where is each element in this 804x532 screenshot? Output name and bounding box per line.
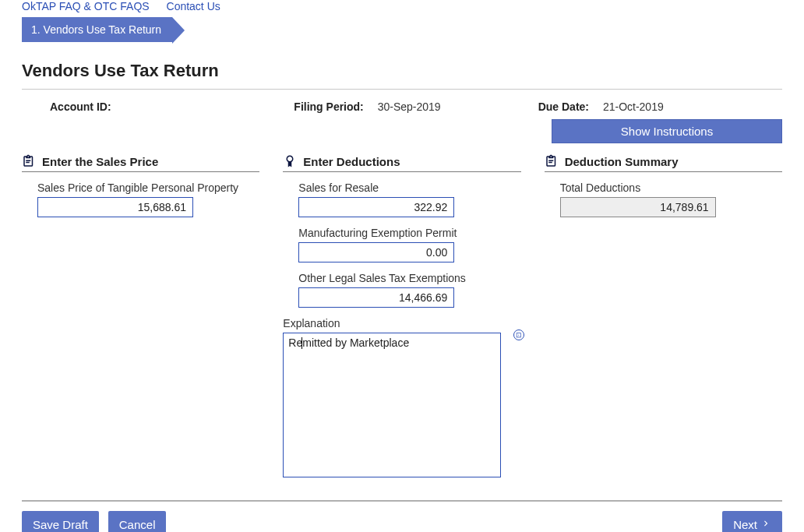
resale-label: Sales for Resale <box>298 181 520 194</box>
meta-row: Account ID: Filing Period: 30-Sep-2019 D… <box>0 90 804 119</box>
total-deductions-output <box>560 197 716 217</box>
other-label: Other Legal Sales Tax Exemptions <box>298 272 520 284</box>
explanation-textarea[interactable] <box>283 333 501 477</box>
sales-price-input[interactable] <box>37 197 193 217</box>
show-instructions-button[interactable]: Show Instructions <box>552 119 782 143</box>
faq-link[interactable]: OkTAP FAQ & OTC FAQS <box>22 0 150 12</box>
other-input[interactable] <box>298 287 454 308</box>
ribbon-icon: $ <box>283 154 297 168</box>
main-columns: Enter the Sales Price Sales Price of Tan… <box>0 154 804 486</box>
sales-price-title: Enter the Sales Price <box>42 155 158 168</box>
svg-text:$: $ <box>289 157 291 161</box>
top-links: OkTAP FAQ & OTC FAQS Contact Us <box>0 0 804 12</box>
deductions-title: Enter Deductions <box>303 155 400 168</box>
clear-icon[interactable]: ⊡ <box>513 329 524 340</box>
due-date-label: Due Date: <box>538 100 589 113</box>
next-label: Next <box>733 518 757 531</box>
deductions-header: $ Enter Deductions <box>283 154 520 172</box>
page-title: Vendors Use Tax Return <box>0 42 804 89</box>
filing-period-label: Filing Period: <box>294 100 363 113</box>
explain-label: Explanation <box>283 317 520 329</box>
save-draft-button[interactable]: Save Draft <box>22 511 99 532</box>
summary-title: Deduction Summary <box>565 155 679 168</box>
instructions-row: Show Instructions <box>0 119 804 154</box>
account-id-label: Account ID: <box>50 100 111 113</box>
action-row: Save Draft Cancel Next <box>0 502 804 532</box>
due-date-value: 21-Oct-2019 <box>603 100 664 113</box>
sales-price-section: Enter the Sales Price Sales Price of Tan… <box>22 154 259 224</box>
contact-link[interactable]: Contact Us <box>167 0 220 12</box>
cancel-button[interactable]: Cancel <box>108 511 167 532</box>
explanation-wrap: ⊡ <box>283 333 520 480</box>
mfg-input[interactable] <box>298 242 454 262</box>
clipboard-summary-icon <box>545 154 559 168</box>
breadcrumb: 1. Vendors Use Tax Return <box>0 12 804 42</box>
mfg-label: Manufacturing Exemption Permit <box>298 227 520 239</box>
resale-input[interactable] <box>298 197 454 217</box>
filing-period-value: 30-Sep-2019 <box>378 100 441 113</box>
deductions-section: $ Enter Deductions Sales for Resale Manu… <box>283 154 520 486</box>
total-deductions-label: Total Deductions <box>560 181 782 194</box>
clipboard-icon <box>22 154 36 168</box>
chevron-right-icon <box>760 518 771 531</box>
sales-price-field-label: Sales Price of Tangible Personal Propert… <box>37 181 259 194</box>
summary-header: Deduction Summary <box>545 154 782 172</box>
summary-section: Deduction Summary Total Deductions <box>545 154 782 224</box>
sales-price-header: Enter the Sales Price <box>22 154 259 172</box>
next-button[interactable]: Next <box>722 511 782 532</box>
breadcrumb-step-1[interactable]: 1. Vendors Use Tax Return <box>22 17 172 42</box>
